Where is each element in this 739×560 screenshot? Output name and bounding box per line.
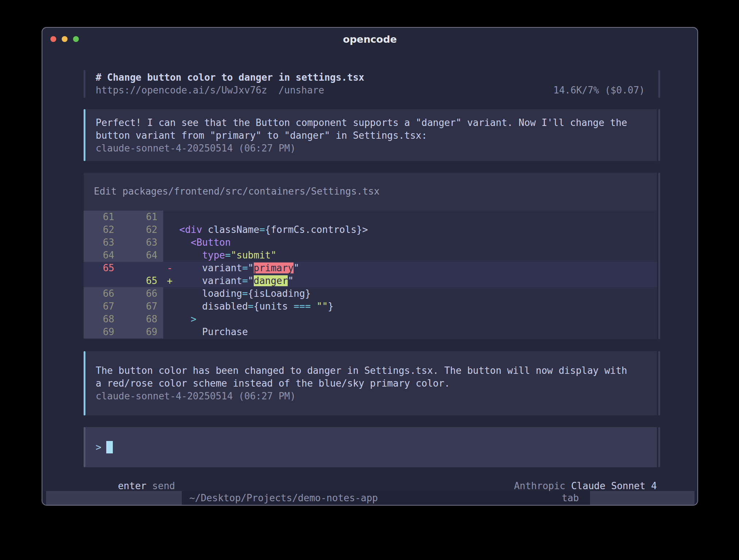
new-line-number xyxy=(120,262,163,275)
old-line-number: 68 xyxy=(84,313,120,326)
old-line-number: 62 xyxy=(84,223,120,236)
session-header: # Change button color to danger in setti… xyxy=(84,70,660,98)
assistant-message: Perfect! I can see that the Button compo… xyxy=(84,109,660,161)
code-line: <Button xyxy=(179,236,657,249)
app-version-chip: opencode v0.3.11 xyxy=(46,491,182,505)
diff-marker xyxy=(163,326,179,338)
old-line-number: 67 xyxy=(84,300,120,313)
code-line: disabled={units === ""} xyxy=(179,300,657,313)
new-line-number: 69 xyxy=(120,326,163,338)
status-bar: opencode v0.3.11 ~/Desktop/Projects/demo… xyxy=(42,491,697,505)
diff-marker: + xyxy=(163,275,179,287)
input-right-rule xyxy=(658,427,660,467)
old-line-number xyxy=(84,275,120,287)
diff-row: 6363 <Button xyxy=(84,236,657,249)
message-meta: claude-sonnet-4-20250514 (06:27 PM) xyxy=(96,390,645,403)
diff-marker xyxy=(163,223,179,236)
code-line: type="submit" xyxy=(179,249,657,262)
hint-bar: enter send Anthropic Claude Sonnet 4 xyxy=(84,469,660,480)
header-right-rule xyxy=(658,70,660,98)
code-line xyxy=(179,211,657,223)
diff-marker xyxy=(163,211,179,223)
diff-title: Edit packages/frontend/src/containers/Se… xyxy=(94,185,645,198)
unshare-command[interactable]: /unshare xyxy=(279,84,324,97)
diff-row: 6868 > xyxy=(84,313,657,326)
new-line-number: 67 xyxy=(120,300,163,313)
zoom-button[interactable] xyxy=(73,36,79,42)
diff-marker xyxy=(163,249,179,262)
prompt-char: > xyxy=(96,441,102,454)
old-line-number: 66 xyxy=(84,287,120,300)
message-meta: claude-sonnet-4-20250514 (06:27 PM) xyxy=(96,142,645,155)
old-line-number: 63 xyxy=(84,236,120,249)
diff-code: 61616262<div className={formCs.controls}… xyxy=(84,211,657,339)
old-line-number: 65 xyxy=(84,262,120,275)
old-line-number: 69 xyxy=(84,326,120,338)
old-line-number: 64 xyxy=(84,249,120,262)
new-line-number: 64 xyxy=(120,249,163,262)
code-line: variant="danger" xyxy=(179,275,657,287)
new-line-number: 65 xyxy=(120,275,163,287)
opencode-window: opencode # Change button color to danger… xyxy=(42,27,698,506)
mode-chip[interactable]: BUILD MODE xyxy=(590,491,694,505)
code-line: loading={isLoading} xyxy=(179,287,657,300)
diff-row: 6666 loading={isLoading} xyxy=(84,287,657,300)
message-text: a red/rose color scheme instead of the b… xyxy=(96,377,645,390)
enter-key-hint: enter xyxy=(118,480,146,491)
code-line: variant="primary" xyxy=(179,262,657,275)
code-line: <div className={formCs.controls}> xyxy=(179,223,657,236)
diff-marker: - xyxy=(163,262,179,275)
diff-row: 6767 disabled={units === ""} xyxy=(84,300,657,313)
new-line-number: 66 xyxy=(120,287,163,300)
share-url[interactable]: https://opencode.ai/s/UwJxv76z xyxy=(96,84,267,97)
diff-row: 6262<div className={formCs.controls}> xyxy=(84,223,657,236)
assistant-message: The button color has been changed to dan… xyxy=(84,351,660,415)
close-button[interactable] xyxy=(50,36,56,42)
diff-marker xyxy=(163,287,179,300)
diff-right-rule xyxy=(658,173,660,339)
code-line: Purchase xyxy=(179,326,657,338)
old-line-number: 61 xyxy=(84,211,120,223)
diff-row: 6464 type="submit" xyxy=(84,249,657,262)
model-provider: Anthropic xyxy=(514,480,571,491)
diff-row: 6161 xyxy=(84,211,657,223)
diff-marker xyxy=(163,300,179,313)
message-text: The button color has been changed to dan… xyxy=(96,364,645,377)
model-name: Claude Sonnet 4 xyxy=(571,480,657,491)
diff-row: 65+ variant="danger" xyxy=(84,275,657,287)
enter-action-hint: send xyxy=(146,480,175,491)
text-cursor xyxy=(106,441,113,453)
tab-key-hint: tab xyxy=(562,492,579,503)
diff-row: 6969 Purchase xyxy=(84,326,657,338)
new-line-number: 68 xyxy=(120,313,163,326)
working-directory: ~/Desktop/Projects/demo-notes-app xyxy=(189,492,378,503)
edit-tool-panel: Edit packages/frontend/src/containers/Se… xyxy=(84,173,660,339)
diff-marker xyxy=(163,313,179,326)
new-line-number: 61 xyxy=(120,211,163,223)
window-title: opencode xyxy=(343,34,397,45)
message-right-rule xyxy=(658,351,660,415)
diff-row: 65- variant="primary" xyxy=(84,262,657,275)
message-text: button variant from "primary" to "danger… xyxy=(96,129,645,142)
session-title: # Change button color to danger in setti… xyxy=(96,71,645,84)
new-line-number: 62 xyxy=(120,223,163,236)
minimize-button[interactable] xyxy=(62,36,68,42)
prompt-input[interactable]: > xyxy=(84,427,660,467)
diff-marker xyxy=(163,236,179,249)
titlebar: opencode xyxy=(42,28,697,50)
message-text: Perfect! I can see that the Button compo… xyxy=(96,116,645,129)
message-right-rule xyxy=(658,109,660,161)
token-usage: 14.6K/7% ($0.07) xyxy=(554,84,645,97)
new-line-number: 63 xyxy=(120,236,163,249)
code-line: > xyxy=(179,313,657,326)
